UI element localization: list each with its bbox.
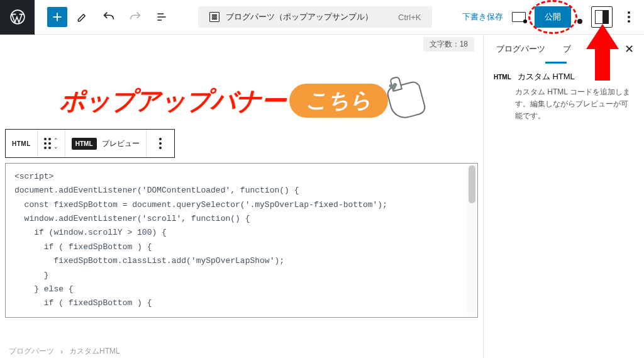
- editor-canvas[interactable]: 文字数：18 ポップアップバナー こちら HTML ⌃⌄ HTML プレビュー: [0, 35, 483, 358]
- editor-workspace: 文字数：18 ポップアップバナー こちら HTML ⌃⌄ HTML プレビュー: [0, 35, 644, 358]
- banner-text: ポップアップバナー: [60, 84, 286, 118]
- block-type-label: HTML: [12, 140, 31, 147]
- block-title: カスタム HTML: [518, 71, 575, 82]
- publish-button-label: 公開: [545, 12, 561, 21]
- pointer-hand-icon: [386, 80, 427, 121]
- breadcrumb-leaf[interactable]: カスタムHTML: [69, 346, 120, 357]
- save-draft-link[interactable]: 下書き保存: [462, 11, 503, 23]
- edit-mode-button[interactable]: [71, 6, 94, 28]
- banner-cta-pill: こちら: [289, 84, 388, 118]
- preview-mode-button[interactable]: プレビュー: [102, 138, 140, 149]
- drag-icon: [44, 138, 51, 149]
- block-breadcrumb: ブログパーツ › カスタムHTML: [9, 346, 120, 357]
- character-count: 文字数：18: [423, 37, 474, 52]
- custom-html-block[interactable]: [5, 163, 478, 318]
- tab-block[interactable]: ブ: [559, 36, 575, 62]
- sidebar-block-info: HTML カスタム HTML カスタム HTML コードを追加します。編集しなが…: [484, 64, 644, 130]
- block-type-button[interactable]: HTML: [6, 130, 38, 157]
- active-tab-indicator: [545, 62, 567, 64]
- dots-icon: [153, 136, 168, 151]
- undo-button[interactable]: [97, 6, 120, 28]
- add-block-button[interactable]: [47, 7, 67, 27]
- popup-banner-image: ポップアップバナー こちら: [43, 79, 440, 123]
- tab-blog-parts[interactable]: ブログパーツ: [492, 36, 549, 62]
- block-more-button[interactable]: [147, 130, 174, 157]
- settings-sidebar: ブログパーツ ブ ✕ HTML カスタム HTML カスタム HTML コードを…: [483, 35, 644, 358]
- block-description: カスタム HTML コードを追加します。編集しながらプレビューが可能です。: [494, 86, 634, 123]
- sidebar-tabs: ブログパーツ ブ ✕: [484, 35, 644, 64]
- html-code-textarea[interactable]: [6, 164, 477, 317]
- heart-icon: [388, 82, 399, 91]
- more-options-button[interactable]: [621, 9, 636, 25]
- redo-button[interactable]: [124, 6, 147, 28]
- block-toolbar: HTML ⌃⌄ HTML プレビュー: [5, 129, 175, 158]
- wordpress-logo[interactable]: [0, 0, 35, 35]
- editor-topbar: ブログパーツ（ポップアップサンプル） Ctrl+K 下書き保存 公開: [0, 0, 644, 35]
- document-title: ブログパーツ（ポップアップサンプル）: [226, 11, 373, 23]
- wave-icon: [577, 19, 582, 24]
- publish-button[interactable]: 公開: [535, 6, 571, 28]
- block-drag-handle[interactable]: ⌃⌄: [38, 130, 65, 157]
- preview-device-button[interactable]: [512, 12, 526, 22]
- html-mode-button[interactable]: HTML: [72, 138, 97, 150]
- close-sidebar-button[interactable]: ✕: [622, 40, 636, 59]
- move-arrows-icon: ⌃⌄: [53, 138, 58, 150]
- scrollbar-thumb[interactable]: [469, 165, 475, 203]
- breadcrumb-separator: ›: [60, 347, 63, 356]
- breadcrumb-root[interactable]: ブログパーツ: [9, 346, 54, 357]
- shortcut-hint: Ctrl+K: [398, 13, 421, 22]
- scrollbar-track[interactable]: [467, 164, 477, 316]
- document-outline-button[interactable]: [150, 6, 173, 28]
- block-icon-html: HTML: [494, 74, 511, 81]
- document-icon: [209, 12, 219, 22]
- html-preview-toggle[interactable]: HTML プレビュー: [65, 130, 147, 157]
- settings-sidebar-toggle[interactable]: [591, 6, 613, 28]
- document-title-chip[interactable]: ブログパーツ（ポップアップサンプル） Ctrl+K: [198, 6, 432, 28]
